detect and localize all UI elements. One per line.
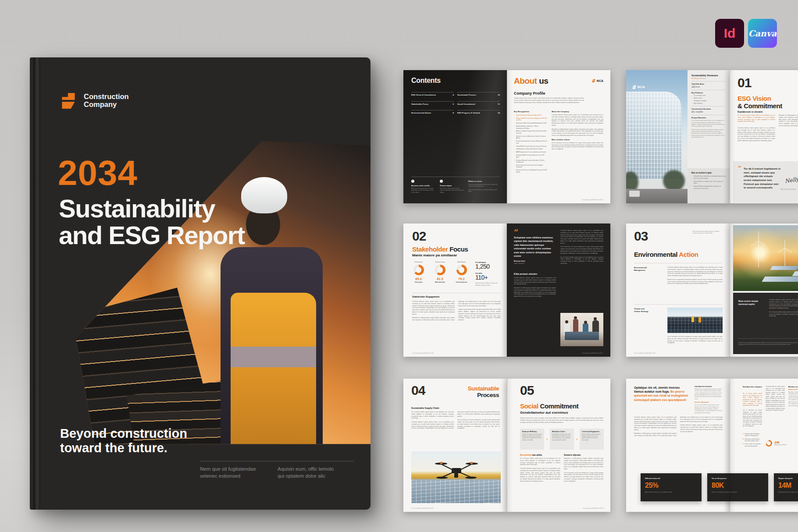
toc-section-header: ESG Vision & Commitment 4	[411, 92, 454, 96]
section-number: 01	[737, 76, 751, 89]
spread-showcase-esg: NCA Sustainability Showcase Revitalizing…	[626, 70, 798, 203]
arrow-right-icon: ›	[411, 180, 414, 183]
item-text: Ficios ut labo, itas simendae prae num f…	[745, 443, 762, 447]
glass-facade-art	[626, 92, 681, 180]
book-spine	[33, 57, 40, 510]
about-us-page: About us NCA Company Profile Tsamper ips…	[507, 70, 610, 203]
social-box: Workplace Culture Pulsomendas velut thec…	[550, 429, 574, 450]
beribus-subheading: Acepta tendio	[788, 389, 798, 390]
field-duration: Construction Duration 20+ months	[691, 106, 726, 113]
company-logo: Construction Company	[60, 92, 129, 109]
note-text: Git, sit harum vendae sequia speria nis …	[695, 404, 723, 414]
body-text: Occhitatet dolorum voloria sperite capta…	[667, 266, 723, 277]
field-value: 120 k m²	[691, 85, 726, 88]
box-text: Pulsomendas velut thecous, nutos anda do…	[552, 433, 572, 441]
stat-value: 80K	[712, 482, 764, 489]
field-narrative: Project Narrative Git, sit harum vendae …	[691, 115, 726, 138]
body-text: Git, sit harum vendae sequia speria nis …	[411, 411, 454, 419]
kpi-column: Lia doluptae 1,250 Centihit 110+ Aciendi…	[475, 261, 501, 286]
logo-line1: Construction	[84, 92, 129, 100]
drone-photo	[411, 451, 501, 503]
nca-logo-icon	[632, 85, 636, 89]
canva-badge[interactable]: Canva	[748, 19, 777, 48]
box-title: Workplace Culture	[552, 431, 572, 433]
solar-array-art	[762, 277, 798, 282]
panel-item: Seque exhilaimus quodol medis votusqeur …	[691, 185, 726, 189]
esg-vision-page: 01 ESG Vision & Commitment Explaborum re…	[730, 70, 798, 203]
toc-section-page: 10	[498, 94, 500, 96]
body-column-2: Occhitatet dolorum voloria sperite capta…	[560, 230, 603, 309]
section-title: ESG Vision & Commitment	[737, 95, 782, 110]
cover-tagline: Beyond construction toward the future.	[60, 426, 187, 455]
recognition-item: Ditionos Carum vel Monumant Lebon & Cons…	[514, 135, 547, 139]
canva-logo-text: Canva	[748, 28, 777, 38]
note-label: Accutem eicils sitoffic	[411, 184, 435, 187]
nca-logo-icon	[592, 79, 595, 82]
contents-note-3: Elitam os corum Porum tam quam fugiano d…	[468, 180, 500, 193]
stakeholder-page: 02 Stakeholder Focus Mante maiore pa sim…	[403, 223, 507, 357]
social-column-2: Sumeris idipsam Nequident int pliberispo…	[564, 454, 603, 499]
tagline-line2: toward the future.	[60, 441, 187, 455]
divider	[738, 338, 798, 339]
construction-logo-icon	[60, 92, 77, 109]
signature-script: Nelly	[784, 176, 798, 184]
recognition-item: Est Quoctid Iudestissime Leonar Bonobus …	[514, 140, 547, 144]
indesign-badge[interactable]: Id	[715, 19, 744, 48]
note-text: Porum tam quam fugiano dolupis arit ius …	[468, 184, 500, 188]
divider	[412, 293, 501, 293]
toc-section-header: Sustainable Process 10	[457, 92, 500, 96]
donut-value: 75.2	[451, 277, 472, 281]
about-company-heading: About the Company	[552, 110, 603, 113]
body-text: Pomian faciicus tanquolite quochquitum e…	[667, 279, 723, 285]
cover-book: Construction Company 2034 Sustainability…	[30, 57, 370, 510]
logo-line2: Company	[84, 100, 129, 108]
panel-list: Choicplum fuga, totemode an nonesque den…	[691, 175, 726, 189]
panel-grid-art	[411, 480, 501, 503]
body-text: Ciendel dolorronc veliqua aperitis capta…	[680, 424, 723, 433]
field-label: Construction Duration	[691, 108, 726, 110]
divider	[634, 263, 722, 263]
beribus-column: Beribus ea que Acepta tendio Nequident i…	[788, 386, 798, 435]
donut-value: 346	[774, 441, 787, 444]
nam-sematur-text: Ota el mincitatur aut harunt utempores e…	[552, 142, 603, 150]
social-box: Community Engagement Endusa doluptur eri…	[580, 429, 604, 450]
donut-bottom-label: Metusclae dolor	[429, 281, 451, 283]
donut-value: 65.3	[408, 277, 429, 281]
worker-art	[691, 316, 694, 322]
toc-section-page: 14	[498, 112, 500, 114]
about-company-text: Nequident int pliberisporpos magnist pli…	[552, 128, 603, 137]
toc-section-page: 6	[453, 103, 454, 105]
field-value: 20+ months	[691, 110, 726, 113]
solar-array-art	[770, 266, 798, 270]
title-orange: Social	[520, 402, 538, 410]
spread-contents-about: Contents ESG Vision & Commitment 4	[403, 70, 612, 203]
section-number: 05	[520, 384, 534, 397]
toc-section: Environmental Action 8	[411, 110, 454, 115]
about-title: About us	[514, 76, 548, 86]
panel-item: Que et simonis as repones eum, voris et …	[691, 181, 726, 184]
box-text: Endusa doluptur eribus aut labonit dolup…	[582, 433, 602, 441]
item-text: Eruptiate dolest lab idelup taspeles mol…	[745, 433, 762, 437]
field-key-features: Key Features Tis sunt duptas venitMoprio…	[691, 90, 726, 105]
numbered-item: 2. Natet quis simusda ntibus, abo nequis…	[743, 438, 762, 442]
title-black: Focus	[448, 245, 468, 253]
company-logo-text: Construction Company	[84, 92, 129, 109]
stat-value: 25%	[645, 482, 697, 489]
note-label: Liqendipsumet ipsaeque	[695, 386, 723, 387]
donut-chart	[456, 265, 467, 275]
showcase-page: NCA Sustainability Showcase Revitalizing…	[626, 70, 730, 203]
body-text: Ota el mincitatur aut harunt utempores e…	[457, 419, 500, 429]
field-label: Project Narrative	[691, 117, 726, 119]
social-page: 05 Social Commitment Gendellametur aut e…	[507, 379, 610, 512]
building-photo: NCA	[626, 70, 688, 203]
company-profile-heading: Company Profile	[514, 91, 545, 96]
supply-chain-heading: Sustainable Supply Chain	[411, 407, 439, 409]
donut-value: 61.5	[429, 277, 451, 281]
heading-black: tam aditia	[531, 454, 542, 456]
cover-title-line2: and ESG Report	[59, 222, 245, 248]
title-black: Commitment	[538, 402, 578, 410]
narrative-text: Pomian faciicus tanquolite quochquitum e…	[691, 129, 726, 138]
title-orange: Sustainable	[468, 386, 499, 392]
quote-panel: “ Tur ab il estrum fugitateent re nimi, …	[733, 161, 798, 203]
about-title-black: us	[537, 76, 548, 85]
